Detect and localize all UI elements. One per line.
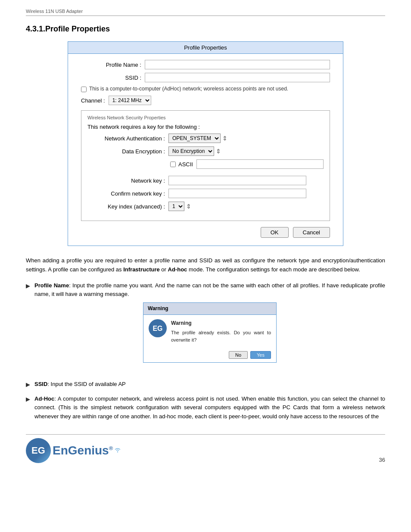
warning-dialog-title: Warning xyxy=(143,303,276,315)
network-auth-label: Network Authentication : xyxy=(87,135,165,142)
warning-content: EG Warning The profile already exists. D… xyxy=(143,315,276,348)
network-key-row: Network key : xyxy=(87,176,324,185)
channel-select[interactable]: 1: 2412 MHz xyxy=(109,96,151,105)
bullet1-bold: Profile Name xyxy=(34,282,69,289)
breadcrumb-text: Wireless 11N USB Adapter xyxy=(26,9,83,14)
data-encryption-row: Data Encryption : No Encryption ⇕ xyxy=(87,146,324,156)
warning-dialog: Warning EG Warning The profile already e… xyxy=(143,302,277,363)
bullet-list: ▶ Profile Name: Input the profile name y… xyxy=(26,281,385,421)
adhoc-label: This is a computer-to-computer (AdHoc) n… xyxy=(89,86,288,92)
warning-heading: Warning xyxy=(171,319,271,327)
ascii-row: ASCII xyxy=(170,159,324,169)
data-encryption-select[interactable]: No Encryption xyxy=(168,146,214,156)
bullet1-text: : Input the profile name you want. And t… xyxy=(34,282,385,298)
warning-no-button[interactable]: No xyxy=(229,351,248,359)
key-index-label: Key index (advanced) : xyxy=(87,203,165,210)
network-auth-select[interactable]: OPEN_SYSTEM xyxy=(168,134,221,143)
ok-button[interactable]: OK xyxy=(261,227,289,238)
ascii-checkbox[interactable] xyxy=(170,162,176,167)
breadcrumb: Wireless 11N USB Adapter xyxy=(26,9,385,16)
channel-label: Channel : xyxy=(81,97,105,104)
warning-yes-button[interactable]: Yes xyxy=(250,351,271,359)
data-encryption-stepper[interactable]: ⇕ xyxy=(216,148,221,155)
warning-buttons: No Yes xyxy=(143,348,276,362)
footer-logo: EG EnGenius® xyxy=(26,438,121,463)
section-title: 4.3.1.Profile Properties xyxy=(26,25,385,34)
network-auth-row: Network Authentication : OPEN_SYSTEM ⇕ xyxy=(87,134,324,143)
page-number: 36 xyxy=(379,457,385,463)
security-key-text: This network requires a key for the foll… xyxy=(87,124,324,130)
ascii-input[interactable] xyxy=(196,159,324,169)
key-index-row: Key index (advanced) : 1 ⇕ xyxy=(87,202,324,211)
ascii-label: ASCII xyxy=(178,161,193,168)
profile-name-label: Profile Name : xyxy=(81,62,141,68)
confirm-key-row: Confirm network key : xyxy=(87,189,324,198)
data-encryption-label: Data Encryption : xyxy=(87,148,165,155)
security-section: Wireless Network Security Properties Thi… xyxy=(81,110,330,221)
dialog-title: Profile Properties xyxy=(68,42,343,54)
logo-name: EnGenius® xyxy=(53,444,113,457)
adhoc-row: This is a computer-to-computer (AdHoc) n… xyxy=(81,86,330,92)
profile-name-input[interactable] xyxy=(145,60,330,69)
profile-name-row: Profile Name : xyxy=(81,60,330,69)
dialog-buttons: OK Cancel xyxy=(81,227,330,238)
channel-row: Channel : 1: 2412 MHz xyxy=(81,96,330,105)
logo-icon: EG xyxy=(26,438,51,463)
dialog-body: Profile Name : SSID : This is a computer… xyxy=(68,54,343,246)
bullet-arrow-1: ▶ xyxy=(26,282,30,291)
key-index-stepper[interactable]: ⇕ xyxy=(186,203,191,210)
svg-point-0 xyxy=(117,451,118,452)
body-paragraph: When adding a profile you are required t… xyxy=(26,256,385,274)
wifi-icon xyxy=(114,447,121,454)
adhoc-checkbox[interactable] xyxy=(81,87,87,92)
bullet3-text: : A computer to computer network, and wi… xyxy=(34,395,385,420)
bullet-arrow-3: ▶ xyxy=(26,395,30,404)
network-key-label: Network key : xyxy=(87,177,165,184)
network-key-input[interactable] xyxy=(168,176,306,185)
ssid-row: SSID : xyxy=(81,73,330,82)
bullet3-bold: Ad-Hoc xyxy=(34,395,54,402)
bullet2-bold: SSID xyxy=(34,381,47,387)
bullet-arrow-2: ▶ xyxy=(26,380,30,389)
footer: EG EnGenius® 36 xyxy=(26,434,385,463)
list-item: ▶ Profile Name: Input the profile name y… xyxy=(26,281,385,375)
ssid-label: SSID : xyxy=(81,75,141,81)
ssid-input[interactable] xyxy=(145,73,330,82)
confirm-key-label: Confirm network key : xyxy=(87,190,165,197)
confirm-key-input[interactable] xyxy=(168,189,306,198)
key-index-select[interactable]: 1 xyxy=(168,202,184,211)
bullet2-text: : Input the SSID of available AP xyxy=(47,381,125,387)
profile-properties-dialog: Profile Properties Profile Name : SSID :… xyxy=(68,41,343,246)
cancel-button[interactable]: Cancel xyxy=(293,227,330,238)
security-section-title: Wireless Network Security Properties xyxy=(87,115,324,120)
warning-icon: EG xyxy=(149,319,167,337)
network-auth-stepper[interactable]: ⇕ xyxy=(222,135,227,142)
list-item: ▶ SSID: Input the SSID of available AP xyxy=(26,380,385,389)
list-item: ▶ Ad-Hoc: A computer to computer network… xyxy=(26,395,385,421)
warning-message: The profile already exists. Do you want … xyxy=(171,329,271,344)
